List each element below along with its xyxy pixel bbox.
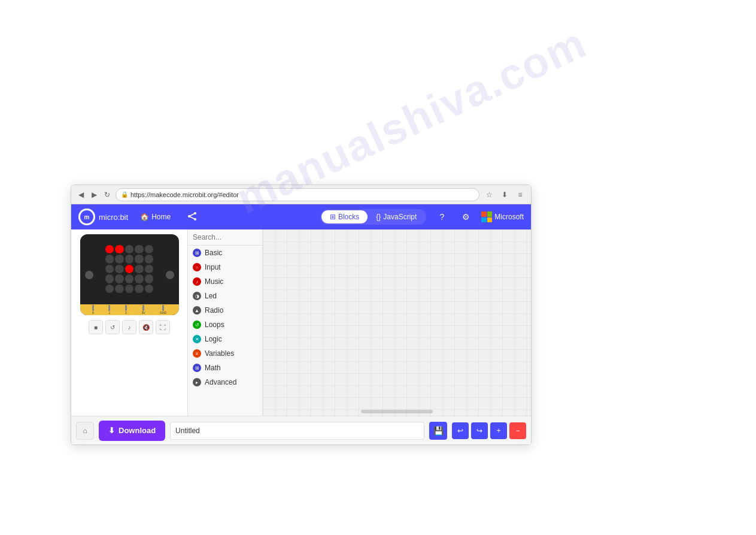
input-icon: ○ xyxy=(193,263,201,271)
toolbox-item-logic[interactable]: ✕ Logic xyxy=(188,332,262,346)
math-label: Math xyxy=(205,364,221,372)
workspace-scrollbar[interactable] xyxy=(361,410,433,413)
browser-chrome: ◀ ▶ ↻ 🔒 https://makecode.microbit.org/#e… xyxy=(71,185,531,204)
favorite-button[interactable]: ☆ xyxy=(483,189,495,201)
led-dot xyxy=(115,265,123,273)
led-dot xyxy=(105,245,114,253)
stop-button[interactable]: ■ xyxy=(89,320,103,334)
pin-0 xyxy=(92,305,94,311)
save-icon: 💾 xyxy=(433,426,444,436)
radio-label: Radio xyxy=(205,306,223,315)
toolbox-item-math[interactable]: ⊞ Math xyxy=(188,361,262,375)
led-dot xyxy=(135,274,143,283)
nav-back-button[interactable]: ◀ xyxy=(76,190,86,200)
restart-button[interactable]: ↺ xyxy=(105,320,120,334)
editor-actions: ↩ ↪ + − xyxy=(452,422,526,439)
toolbox-item-loops[interactable]: ↺ Loops xyxy=(188,318,262,332)
download-icon: ⬇ xyxy=(108,426,115,435)
project-name-input[interactable] xyxy=(170,422,424,440)
led-dot xyxy=(145,255,153,263)
advanced-label: Advanced xyxy=(205,378,236,386)
url-text: https://makecode.microbit.org/#editor xyxy=(130,191,239,198)
led-dot xyxy=(125,245,133,253)
music-label: Music xyxy=(205,277,223,286)
javascript-tab[interactable]: {} JavaScript xyxy=(368,210,425,223)
bottom-home-button[interactable]: ⌂ xyxy=(76,422,94,440)
pin-3v-label: 3V xyxy=(141,311,145,315)
button-b[interactable] xyxy=(166,271,174,279)
menu-button[interactable]: ≡ xyxy=(514,189,526,201)
svg-line-5 xyxy=(189,213,195,216)
pin-2 xyxy=(125,305,127,311)
fullscreen-button[interactable]: ⛶ xyxy=(156,320,170,334)
editor-body: 0 1 2 3V xyxy=(71,229,531,416)
logic-label: Logic xyxy=(205,335,222,343)
pin-gnd xyxy=(162,305,164,311)
js-icon: {} xyxy=(376,213,381,221)
microsoft-logo xyxy=(481,211,492,222)
workspace[interactable] xyxy=(263,229,531,416)
pin-3v xyxy=(142,305,144,311)
search-input[interactable] xyxy=(193,233,263,241)
toolbox-item-input[interactable]: ○ Input xyxy=(188,260,262,274)
variables-icon: ≡ xyxy=(193,349,201,358)
simulator-panel: 0 1 2 3V xyxy=(71,229,188,416)
simulator-controls: ■ ↺ ♪ 🔇 ⛶ xyxy=(89,320,170,334)
toolbox-item-led[interactable]: ◑ Led xyxy=(188,289,262,303)
led-dot xyxy=(135,265,143,273)
led-dot xyxy=(135,285,143,293)
led-dot xyxy=(105,274,114,283)
advanced-icon: ▸ xyxy=(193,378,201,386)
toolbox-item-variables[interactable]: ≡ Variables xyxy=(188,346,262,361)
url-bar[interactable]: 🔒 https://makecode.microbit.org/#editor xyxy=(116,188,479,201)
logo-icon: m xyxy=(78,208,95,225)
microsoft-branding: Microsoft xyxy=(481,211,524,222)
nav-forward-button[interactable]: ▶ xyxy=(89,190,99,200)
pin-2-label: 2 xyxy=(125,311,127,315)
led-dot xyxy=(135,245,143,253)
microbit-led-matrix xyxy=(105,245,153,293)
toolbox-item-radio[interactable]: ▲ Radio xyxy=(188,303,262,318)
help-button[interactable]: ? xyxy=(433,208,450,225)
lock-icon: 🔒 xyxy=(121,191,128,198)
nav-refresh-button[interactable]: ↻ xyxy=(102,190,112,200)
loops-label: Loops xyxy=(205,321,224,329)
blocks-tab[interactable]: ⊞ Blocks xyxy=(321,210,368,223)
button-a[interactable] xyxy=(85,271,93,279)
basic-label: Basic xyxy=(205,249,222,257)
pin-1 xyxy=(108,305,110,311)
nav-tabs: ⊞ Blocks {} JavaScript xyxy=(320,209,426,225)
home-button[interactable]: 🏠 Home xyxy=(135,210,175,223)
redo-button[interactable]: ↪ xyxy=(471,422,488,439)
led-dot xyxy=(105,265,114,273)
project-save-button[interactable]: 💾 xyxy=(429,422,447,440)
svg-text:m: m xyxy=(84,214,90,220)
led-dot xyxy=(125,285,133,293)
led-dot xyxy=(105,285,114,293)
radio-icon: ▲ xyxy=(193,306,201,315)
led-dot xyxy=(125,265,133,273)
zoom-out-button[interactable]: − xyxy=(509,422,526,439)
toolbox-item-advanced[interactable]: ▸ Advanced xyxy=(188,375,262,389)
page-wrapper: manualshiva.com ◀ ▶ ↻ 🔒 https://makecode… xyxy=(0,0,756,535)
led-label: Led xyxy=(205,292,217,300)
microsoft-label: Microsoft xyxy=(494,213,524,221)
led-dot xyxy=(115,245,123,253)
mute-button[interactable]: 🔇 xyxy=(139,320,153,334)
led-dot xyxy=(105,255,114,263)
input-label: Input xyxy=(205,263,221,271)
settings-button[interactable]: ⚙ xyxy=(457,208,474,225)
toolbox-item-basic[interactable]: ⊞ Basic xyxy=(188,246,262,260)
download-browser-button[interactable]: ⬇ xyxy=(499,189,511,201)
undo-button[interactable]: ↩ xyxy=(452,422,469,439)
audio-button[interactable]: ♪ xyxy=(122,320,136,334)
download-button[interactable]: ⬇ Download xyxy=(99,421,165,441)
zoom-in-button[interactable]: + xyxy=(490,422,507,439)
led-dot xyxy=(145,285,153,293)
share-button[interactable] xyxy=(183,209,202,225)
toolbox-item-music[interactable]: ♪ Music xyxy=(188,274,262,289)
blocks-label: Blocks xyxy=(338,213,359,221)
toolbox-search: 🔍 xyxy=(188,229,262,246)
microbit-nav: m micro:bit 🏠 Home xyxy=(71,204,531,229)
blocks-icon: ⊞ xyxy=(330,213,336,221)
